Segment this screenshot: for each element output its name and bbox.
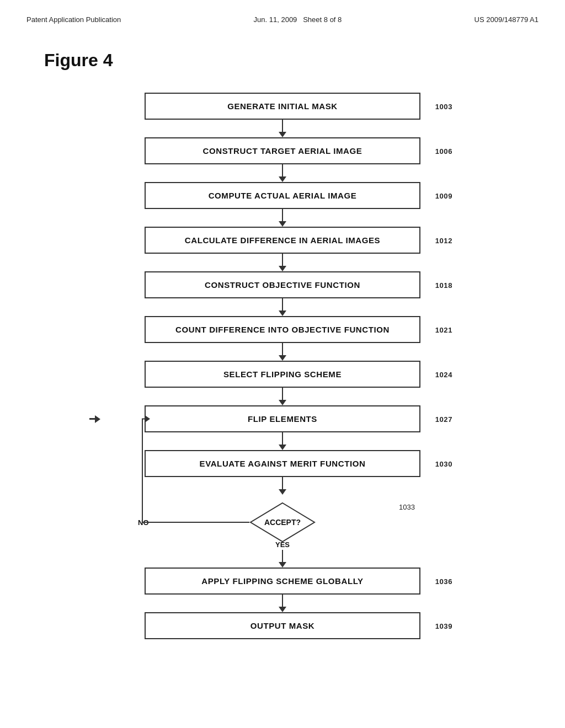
header-left: Patent Application Publication <box>26 15 121 24</box>
ref-1027: 1027 <box>435 415 452 423</box>
ref-1018: 1018 <box>435 281 452 289</box>
flow-row-2: CONSTRUCT TARGET AERIAL IMAGE 1006 <box>89 137 476 164</box>
flow-row-7: SELECT FLIPPING SCHEME 1024 <box>89 361 476 388</box>
step-construct-objective-function: CONSTRUCT OBJECTIVE FUNCTION 1018 <box>145 271 420 298</box>
flow-row-3: COMPUTE ACTUAL AERIAL IMAGE 1009 <box>89 182 476 209</box>
figure-title: Figure 4 <box>0 24 565 71</box>
flow-row-8: FLIP ELEMENTS 1027 <box>89 405 476 432</box>
flow-row-11: OUTPUT MASK 1039 <box>89 612 476 639</box>
patent-number: US 2009/148779 A1 <box>475 15 539 24</box>
arrow-5 <box>89 298 476 316</box>
patent-pub-label: Patent Application Publication <box>26 15 121 24</box>
step-flip-elements: FLIP ELEMENTS 1027 <box>145 405 420 432</box>
step-apply-flipping-scheme: APPLY FLIPPING SCHEME GLOBALLY 1036 <box>145 568 420 595</box>
step-select-flipping-scheme: SELECT FLIPPING SCHEME 1024 <box>145 361 420 388</box>
pub-date: Jun. 11, 2009 <box>254 15 297 24</box>
step-construct-target-aerial-image: CONSTRUCT TARGET AERIAL IMAGE 1006 <box>145 137 420 164</box>
ref-1039: 1039 <box>435 622 452 630</box>
ref-1003: 1003 <box>435 102 452 110</box>
step-output-mask: OUTPUT MASK 1039 <box>145 612 420 639</box>
header-center: Jun. 11, 2009 Sheet 8 of 8 <box>254 15 342 24</box>
diamond-label: ACCEPT? <box>264 518 301 527</box>
arrow-1 <box>89 120 476 137</box>
flow-row-9: EVALUATE AGAINST MERIT FUNCTION 1030 <box>89 450 476 477</box>
arrow-9 <box>89 477 476 495</box>
flow-row-diamond: NO ACCEPT? 1033 YES <box>89 495 476 550</box>
arrow-10 <box>89 550 476 568</box>
step-count-difference: COUNT DIFFERENCE INTO OBJECTIVE FUNCTION… <box>145 316 420 343</box>
arrow-2 <box>89 164 476 182</box>
step-generate-initial-mask: GENERATE INITIAL MASK 1003 <box>145 93 420 120</box>
header-right: US 2009/148779 A1 <box>475 15 539 24</box>
arrow-4 <box>89 254 476 271</box>
arrow-8 <box>89 432 476 450</box>
arrow-7 <box>89 388 476 405</box>
flow-row-6: COUNT DIFFERENCE INTO OBJECTIVE FUNCTION… <box>89 316 476 343</box>
ref-1033: 1033 <box>399 503 415 511</box>
ref-1036: 1036 <box>435 577 452 585</box>
page-header: Patent Application Publication Jun. 11, … <box>0 0 565 24</box>
step-calculate-difference: CALCULATE DIFFERENCE IN AERIAL IMAGES 10… <box>145 227 420 254</box>
ref-1030: 1030 <box>435 459 452 468</box>
flow-row-10: APPLY FLIPPING SCHEME GLOBALLY 1036 <box>89 568 476 595</box>
ref-1009: 1009 <box>435 191 452 200</box>
step-evaluate-merit-function: EVALUATE AGAINST MERIT FUNCTION 1030 <box>145 450 420 477</box>
yes-label: YES <box>275 540 290 549</box>
ref-1024: 1024 <box>435 370 452 378</box>
sheet-info: Sheet 8 of 8 <box>303 15 342 24</box>
step-compute-actual-aerial-image: COMPUTE ACTUAL AERIAL IMAGE 1009 <box>145 182 420 209</box>
flow-row-4: CALCULATE DIFFERENCE IN AERIAL IMAGES 10… <box>89 227 476 254</box>
arrow-3 <box>89 209 476 227</box>
flowchart: GENERATE INITIAL MASK 1003 CONSTRUCT TAR… <box>89 93 476 639</box>
flow-row-1: GENERATE INITIAL MASK 1003 <box>89 93 476 120</box>
ref-1012: 1012 <box>435 236 452 244</box>
arrow-6 <box>89 343 476 361</box>
arrow-11 <box>89 595 476 612</box>
ref-1006: 1006 <box>435 147 452 155</box>
ref-1021: 1021 <box>435 325 452 334</box>
flow-row-5: CONSTRUCT OBJECTIVE FUNCTION 1018 <box>89 271 476 298</box>
